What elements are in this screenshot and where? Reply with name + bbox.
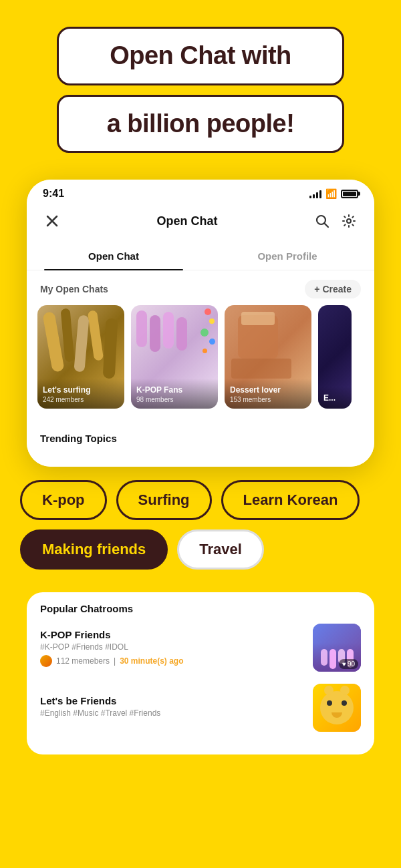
chat-thumb-extra[interactable]: E... — [318, 305, 352, 409]
hero-line-1: Open Chat with — [86, 41, 315, 71]
chatroom-thumb-friends — [313, 684, 361, 732]
extra-chat-name: E... — [323, 393, 346, 404]
phone-wrapper: 9:41 📶 Ope — [0, 173, 401, 467]
surfing-chat-members: 242 members — [43, 396, 119, 403]
trending-section: Trending Topics — [27, 422, 374, 467]
battery-icon — [341, 190, 358, 198]
speech-bubble-1: Open Chat with — [57, 27, 344, 85]
svg-line-3 — [324, 224, 328, 228]
trending-title: Trending Topics — [40, 433, 361, 444]
create-button[interactable]: + Create — [305, 280, 361, 298]
tab-open-chat[interactable]: Open Chat — [27, 242, 200, 270]
heart-badge-kpop: ♥ 90 — [339, 659, 358, 669]
pill-travel[interactable]: Travel — [177, 529, 264, 570]
surfing-chat-name: Let's surfing — [43, 385, 119, 396]
chatroom-members-kpop: 112 memebers — [56, 656, 110, 666]
kpop-chat-name: K-POP Fans — [136, 385, 213, 396]
dessert-chat-members: 153 members — [230, 396, 306, 403]
chatroom-thumb-kpop: ♥ 90 — [313, 624, 361, 672]
my-open-chats-header: My Open Chats + Create — [27, 270, 374, 305]
popular-chatrooms-section: Popular Chatrooms K-POP Friends #K-POP #… — [27, 592, 374, 754]
svg-point-4 — [347, 219, 351, 223]
dessert-chat-name: Dessert lover — [230, 385, 306, 396]
phone-mockup: 9:41 📶 Ope — [27, 180, 374, 467]
pills-section: K-pop Surfing Learn Korean Making friend… — [0, 467, 401, 592]
header-actions — [310, 209, 361, 233]
chatroom-meta-kpop: 112 memebers | 30 minute(s) ago — [40, 655, 303, 667]
search-button[interactable] — [310, 209, 334, 233]
status-icons: 📶 — [309, 188, 358, 199]
kpop-chat-members: 98 members — [136, 396, 213, 403]
chat-thumb-surfing[interactable]: Let's surfing 242 members — [37, 305, 124, 409]
pills-row-1: K-pop Surfing Learn Korean — [20, 480, 381, 520]
app-header: Open Chat — [27, 204, 374, 242]
chatroom-tags-kpop: #K-POP #Friends #IDOL — [40, 642, 303, 652]
chatroom-time-kpop: 30 minute(s) ago — [120, 656, 183, 666]
popular-title: Popular Chatrooms — [40, 603, 361, 614]
pill-learn-korean[interactable]: Learn Korean — [221, 480, 360, 520]
status-time: 9:41 — [43, 188, 64, 200]
pills-row-2: Making friends Travel — [20, 529, 381, 570]
chatroom-avatar-kpop — [40, 655, 52, 667]
chatroom-name-kpop: K-POP Friends — [40, 629, 303, 640]
chatroom-item-lets-be-friends[interactable]: Let's be Friends #English #Music #Travel… — [40, 684, 361, 732]
close-button[interactable] — [40, 209, 64, 233]
pill-making-friends[interactable]: Making friends — [20, 529, 168, 570]
chat-thumbnails: Let's surfing 242 members — [27, 305, 374, 422]
status-bar: 9:41 📶 — [27, 180, 374, 204]
my-open-chats-label: My Open Chats — [40, 284, 108, 294]
chat-thumb-dessert[interactable]: Dessert lover 153 members — [225, 305, 311, 409]
hero-section: Open Chat with a billion people! — [0, 0, 401, 173]
pill-surfing[interactable]: Surfing — [116, 480, 212, 520]
chat-thumb-kpop[interactable]: K-POP Fans 98 members — [131, 305, 218, 409]
wifi-icon: 📶 — [325, 188, 337, 199]
pill-kpop[interactable]: K-pop — [20, 480, 107, 520]
chatroom-item-kpop-friends[interactable]: K-POP Friends #K-POP #Friends #IDOL 112 … — [40, 624, 361, 672]
signal-icon — [309, 189, 321, 198]
hero-line-2: a billion people! — [86, 109, 315, 140]
settings-button[interactable] — [337, 209, 361, 233]
tabs: Open Chat Open Profile — [27, 242, 374, 270]
chatroom-tags-friends: #English #Music #Travel #Friends — [40, 708, 303, 718]
header-title: Open Chat — [156, 214, 217, 228]
tab-open-profile[interactable]: Open Profile — [200, 242, 374, 270]
speech-bubble-2: a billion people! — [57, 95, 344, 154]
chatroom-name-friends: Let's be Friends — [40, 695, 303, 706]
